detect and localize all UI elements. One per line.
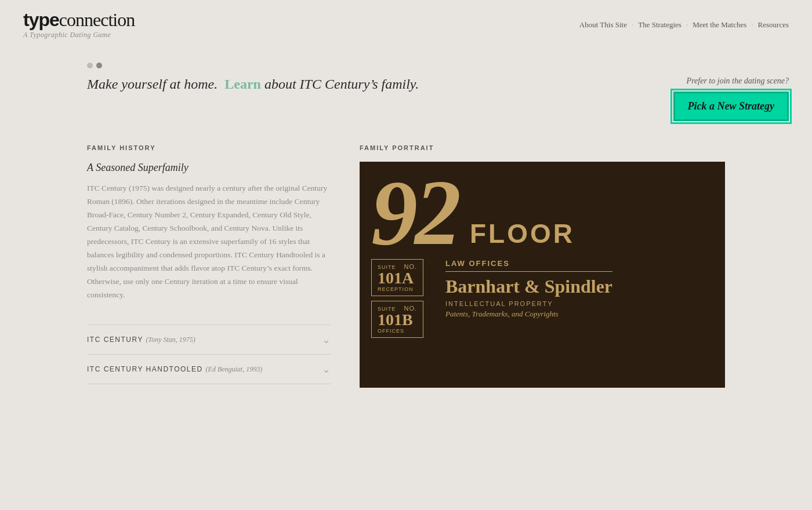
accordion-list: ITC CENTURY (Tony Stan, 1975) ⌄ ITC CENT… — [87, 325, 331, 384]
logo-subtitle: A Typographic Dating Game — [23, 31, 135, 39]
accordion-label-0: ITC CENTURY (Tony Stan, 1975) — [87, 336, 195, 344]
accordion-item-1[interactable]: ITC CENTURY HANDTOOLED (Ed Benguiat, 199… — [87, 355, 331, 384]
nav-resources[interactable]: Resources — [758, 20, 789, 30]
cta-prompt: Prefer to join the dating scene? — [673, 76, 789, 86]
suite-boxes: SUITE No. 101A Reception SUITE No. 101B — [371, 259, 423, 338]
suite-number-0: 101A — [378, 270, 417, 286]
nav-strategies[interactable]: The Strategies — [638, 20, 682, 30]
suite-desc-1: Offices — [378, 328, 417, 334]
law-office-info: LAW OFFICES Barnhart & Spindler INTELLEC… — [436, 259, 612, 319]
intro-text: Make yourself at home. Learn about ITC C… — [87, 76, 419, 92]
law-offices-label: LAW OFFICES — [445, 259, 612, 272]
intro-before-learn: Make yourself at home. — [87, 76, 217, 92]
floor-label: FLOOR — [458, 218, 575, 252]
pick-strategy-button[interactable]: Pick a New Strategy — [673, 92, 789, 121]
family-history-label: FAMILY HISTORY — [87, 144, 331, 151]
suite-desc-0: Reception — [378, 286, 417, 292]
breadcrumb — [87, 63, 789, 68]
suite-box-0: SUITE No. 101A Reception — [371, 259, 423, 296]
family-portrait-label: FAMILY PORTRAIT — [360, 144, 789, 151]
intro-after-learn: about ITC Century’s family. — [264, 76, 419, 92]
nav-matches[interactable]: Meet the Matches — [693, 20, 746, 30]
firm-name: Barnhart & Spindler — [445, 276, 612, 297]
portrait-card: 92 FLOOR SUITE No. 101A Reception — [360, 162, 725, 388]
right-column: FAMILY PORTRAIT 92 FLOOR SUITE No. — [360, 144, 789, 388]
nav-separator-3: · — [751, 20, 753, 30]
nav-separator-2: · — [686, 20, 688, 30]
portrait-bottom: SUITE No. 101A Reception SUITE No. 101B — [360, 252, 725, 388]
suite-number-1: 101B — [378, 312, 417, 328]
breadcrumb-dot-2[interactable] — [96, 63, 102, 68]
main-nav: About This Site · The Strategies · Meet … — [579, 20, 789, 30]
nav-about[interactable]: About This Site — [579, 20, 627, 30]
ip-label: INTELLECTUAL PROPERTY — [445, 300, 612, 307]
family-history-body: ITC Century (1975) was designed nearly a… — [87, 182, 331, 301]
learn-link[interactable]: Learn — [224, 76, 261, 92]
family-history-title: A Seasoned Superfamily — [87, 162, 331, 174]
accordion-item-0[interactable]: ITC CENTURY (Tony Stan, 1975) ⌄ — [87, 325, 331, 355]
cta-area: Prefer to join the dating scene? Pick a … — [673, 76, 789, 121]
logo-area: typeconnection A Typographic Dating Game — [23, 10, 135, 39]
nav-separator-1: · — [632, 20, 633, 30]
site-logo[interactable]: typeconnection — [23, 10, 135, 29]
patents-label: Patents, Trademarks, and Copyrights — [445, 309, 612, 319]
building-number: 92 — [371, 173, 458, 252]
logo-normal: connection — [59, 9, 135, 30]
breadcrumb-dot-1[interactable] — [87, 63, 93, 68]
logo-bold: type — [23, 9, 59, 30]
portrait-top: 92 FLOOR — [360, 162, 725, 252]
chevron-down-icon-0: ⌄ — [322, 333, 331, 346]
suite-box-1: SUITE No. 101B Offices — [371, 301, 423, 338]
accordion-label-1: ITC CENTURY HANDTOOLED (Ed Benguiat, 199… — [87, 365, 262, 374]
chevron-down-icon-1: ⌄ — [322, 363, 331, 376]
left-column: FAMILY HISTORY A Seasoned Superfamily IT… — [87, 144, 331, 388]
